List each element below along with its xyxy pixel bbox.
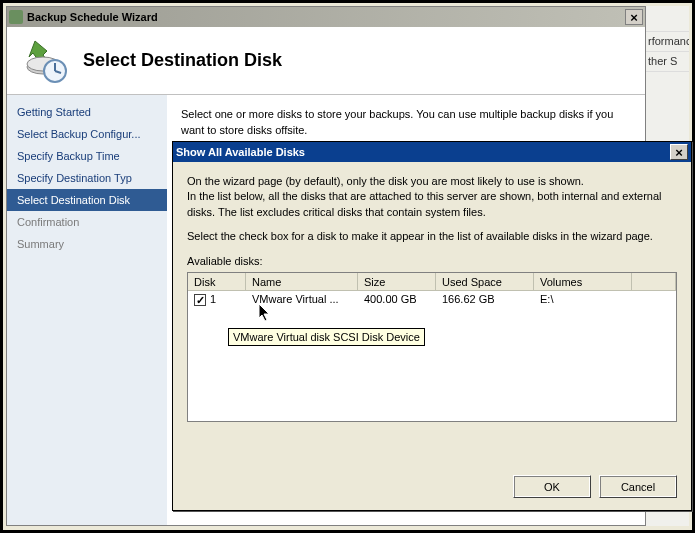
cell-used: 166.62 GB [436,292,534,307]
tooltip: VMware Virtual disk SCSI Disk Device [228,328,425,346]
col-disk[interactable]: Disk [188,273,246,290]
nav-select-backup-config[interactable]: Select Backup Configur... [7,123,167,145]
nav-summary[interactable]: Summary [7,233,167,255]
dialog-close-button[interactable]: × [670,144,688,160]
col-size[interactable]: Size [358,273,436,290]
cell-size: 400.00 GB [358,292,436,307]
instruction-text: Select one or more disks to store your b… [181,107,631,139]
listview-header: Disk Name Size Used Space Volumes [188,273,676,291]
disks-listview[interactable]: Disk Name Size Used Space Volumes 1 VMwa… [187,272,677,422]
disk-checkbox[interactable] [194,294,206,306]
dialog-text-1: On the wizard page (by default), only th… [187,174,677,189]
window-title: Backup Schedule Wizard [27,11,158,23]
col-name[interactable]: Name [246,273,358,290]
dialog-text-2: In the list below, all the disks that ar… [187,189,677,220]
disk-number: 1 [210,293,216,305]
col-used[interactable]: Used Space [436,273,534,290]
backup-schedule-icon [21,37,69,85]
page-title: Select Destination Disk [83,50,282,71]
show-all-disks-dialog: Show All Available Disks × On the wizard… [172,141,692,511]
wizard-nav: Getting Started Select Backup Configur..… [7,95,167,525]
bg-text: rformanc [646,32,689,52]
disk-row[interactable]: 1 VMware Virtual ... 400.00 GB 166.62 GB… [188,291,676,309]
close-button[interactable]: × [625,9,643,25]
dialog-title: Show All Available Disks [176,146,305,158]
ok-button[interactable]: OK [513,475,591,498]
cell-disk[interactable]: 1 [188,292,246,307]
nav-specify-backup-time[interactable]: Specify Backup Time [7,145,167,167]
available-disks-label: Avaliable disks: [187,254,677,269]
col-volumes[interactable]: Volumes [534,273,632,290]
col-extra[interactable] [632,273,676,290]
dialog-text-3: Select the check box for a disk to make … [187,229,677,244]
wizard-header: Select Destination Disk [7,27,645,95]
cell-volumes: E:\ [534,292,632,307]
nav-getting-started[interactable]: Getting Started [7,101,167,123]
nav-confirmation[interactable]: Confirmation [7,211,167,233]
bg-text: ther S [646,52,689,72]
app-icon [9,10,23,24]
cell-name: VMware Virtual ... [246,292,358,307]
nav-specify-destination-type[interactable]: Specify Destination Typ [7,167,167,189]
wizard-titlebar[interactable]: Backup Schedule Wizard × [7,7,645,27]
cancel-button[interactable]: Cancel [599,475,677,498]
nav-select-destination-disk[interactable]: Select Destination Disk [7,189,167,211]
dialog-titlebar[interactable]: Show All Available Disks × [173,142,691,162]
